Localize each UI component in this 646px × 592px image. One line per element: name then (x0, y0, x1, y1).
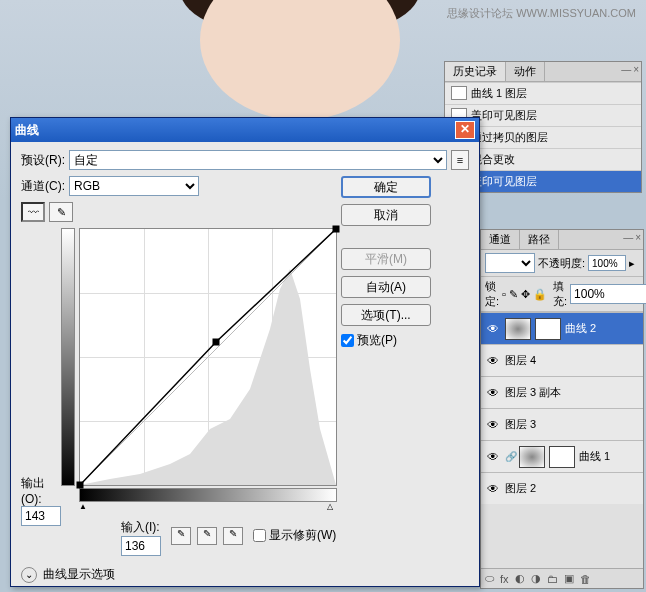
fx-icon[interactable]: fx (500, 573, 509, 585)
auto-button[interactable]: 自动(A) (341, 276, 431, 298)
gray-eyedropper-icon[interactable]: ✎ (197, 527, 217, 545)
lock-move-icon[interactable]: ✥ (521, 288, 530, 301)
visibility-icon[interactable]: 👁 (485, 450, 501, 464)
close-button[interactable]: ✕ (455, 121, 475, 139)
layers-panel: 通道 路径 —× 不透明度: ▸ 锁定: ▫ ✎ ✥ 🔒 填充: ▸ 👁曲线 2… (480, 229, 644, 589)
mask-thumb-icon (535, 318, 561, 340)
toggle-options-icon[interactable]: ⌄ (21, 567, 37, 583)
white-eyedropper-icon[interactable]: ✎ (223, 527, 243, 545)
layer-row[interactable]: 👁曲线 2 (481, 312, 643, 344)
layer-name: 曲线 1 (579, 449, 610, 464)
output-gradient (61, 228, 75, 486)
layer-row[interactable]: 👁🔗曲线 1 (481, 440, 643, 472)
link-layers-icon[interactable]: ⬭ (485, 572, 494, 585)
show-clip-checkbox[interactable]: 显示修剪(W) (253, 527, 336, 544)
adjustment-icon[interactable]: ◑ (531, 572, 541, 585)
cancel-button[interactable]: 取消 (341, 204, 431, 226)
tab-actions[interactable]: 动作 (506, 62, 545, 81)
channel-select[interactable]: RGB (69, 176, 199, 196)
curve-point-mid[interactable] (212, 338, 219, 345)
layer-name: 图层 2 (505, 481, 536, 496)
mask-icon[interactable]: ◐ (515, 572, 525, 585)
preset-select[interactable]: 自定 (69, 150, 447, 170)
lock-label: 锁定: (485, 279, 499, 309)
close-icon[interactable]: × (633, 64, 639, 75)
lock-brush-icon[interactable]: ✎ (509, 288, 518, 301)
curve-graph[interactable] (79, 228, 337, 486)
pencil-tool-icon[interactable]: ✎ (49, 202, 73, 222)
input-gradient (79, 488, 337, 502)
fill-label: 填充: (553, 279, 567, 309)
opacity-arrow-icon[interactable]: ▸ (629, 257, 635, 270)
adjustment-thumb-icon (519, 446, 545, 468)
trash-icon[interactable]: 🗑 (580, 573, 591, 585)
folder-icon[interactable]: 🗀 (547, 573, 558, 585)
curves-dialog: 曲线 ✕ 预设(R): 自定 ≡ 通道(C): RGB 〰 ✎ (10, 117, 480, 587)
svg-line-1 (80, 229, 336, 485)
input-label: 输入(I): (121, 519, 161, 536)
adjustment-thumb-icon (505, 318, 531, 340)
layer-row[interactable]: 👁图层 3 (481, 408, 643, 440)
minimize-icon[interactable]: — (621, 64, 631, 75)
opacity-label: 不透明度: (538, 256, 585, 271)
layer-row[interactable]: 👁图层 4 (481, 344, 643, 376)
titlebar[interactable]: 曲线 ✕ (11, 118, 479, 142)
preset-menu-icon[interactable]: ≡ (451, 150, 469, 170)
preview-checkbox[interactable]: 预览(P) (341, 332, 431, 349)
smooth-button: 平滑(M) (341, 248, 431, 270)
tab-history[interactable]: 历史记录 (445, 62, 506, 81)
visibility-icon[interactable]: 👁 (485, 482, 501, 496)
output-label: 输出(O): (21, 475, 61, 506)
new-layer-icon[interactable]: ▣ (564, 572, 574, 585)
link-icon[interactable]: 🔗 (505, 451, 517, 462)
history-item[interactable]: 曲线 1 图层 (445, 82, 641, 104)
input-input[interactable] (121, 536, 161, 556)
visibility-icon[interactable]: 👁 (485, 418, 501, 432)
layer-name: 曲线 2 (565, 321, 596, 336)
black-slider[interactable]: ▲△ (79, 502, 337, 511)
options-button[interactable]: 选项(T)... (341, 304, 431, 326)
tab-paths[interactable]: 路径 (520, 230, 559, 249)
layer-name: 图层 4 (505, 353, 536, 368)
minimize-icon[interactable]: — (623, 232, 633, 243)
close-icon[interactable]: × (635, 232, 641, 243)
black-eyedropper-icon[interactable]: ✎ (171, 527, 191, 545)
tab-channels[interactable]: 通道 (481, 230, 520, 249)
watermark-text: 思缘设计论坛 WWW.MISSYUAN.COM (447, 6, 636, 21)
preset-label: 预设(R): (21, 152, 65, 169)
dialog-title: 曲线 (15, 122, 39, 139)
blendmode-select[interactable] (485, 253, 535, 273)
lock-all-icon[interactable]: 🔒 (533, 288, 547, 301)
curve-tool-icon[interactable]: 〰 (21, 202, 45, 222)
ok-button[interactable]: 确定 (341, 176, 431, 198)
channel-label: 通道(C): (21, 178, 65, 195)
curve-point-high[interactable] (333, 226, 340, 233)
visibility-icon[interactable]: 👁 (485, 386, 501, 400)
layer-row[interactable]: 👁图层 3 副本 (481, 376, 643, 408)
visibility-icon[interactable]: 👁 (485, 354, 501, 368)
layer-row[interactable]: 👁图层 2 (481, 472, 643, 504)
layer-name: 图层 3 (505, 417, 536, 432)
visibility-icon[interactable]: 👁 (485, 322, 501, 336)
mask-thumb-icon (549, 446, 575, 468)
output-input[interactable] (21, 506, 61, 526)
lock-pixels-icon[interactable]: ▫ (502, 288, 506, 300)
layer-name: 图层 3 副本 (505, 385, 561, 400)
curve-point-low[interactable] (77, 482, 84, 489)
options-toggle-label: 曲线显示选项 (43, 566, 115, 583)
fill-input[interactable] (570, 284, 646, 304)
opacity-input[interactable] (588, 255, 626, 271)
